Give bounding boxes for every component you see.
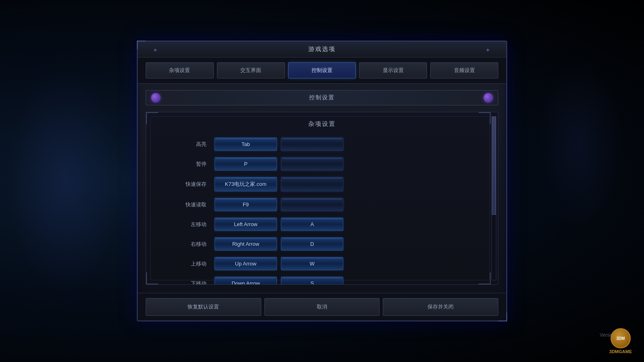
logo-text: 3DMGAME: [609, 349, 632, 354]
key-highlight-primary[interactable]: Tab: [215, 138, 277, 151]
corner-br: [479, 272, 491, 284]
keybind-buttons-left: Left Arrow A: [215, 218, 478, 231]
key-pause-secondary[interactable]: [281, 157, 343, 171]
label-highlight: 高亮: [166, 141, 215, 148]
bottom-row: 恢复默认设置 取消 保存并关闭: [138, 293, 506, 321]
section-title: 控制设置: [161, 94, 483, 101]
keybind-buttons-up: Up Arrow W: [215, 257, 478, 270]
key-quickload-secondary[interactable]: [281, 198, 343, 211]
key-quicksave-secondary[interactable]: [281, 177, 343, 191]
key-right-primary[interactable]: Right Arrow: [215, 237, 277, 251]
keybind-row-quickload: 快速读取 F9: [158, 198, 486, 211]
keybind-row-quicksave: 快速保存 K73电玩之家.com: [158, 177, 486, 191]
keybind-buttons-highlight: Tab: [215, 138, 478, 151]
tab-row: 杂项设置 交互界面 控制设置 显示设置 音频设置: [138, 58, 506, 84]
label-move-right: 右移动: [166, 241, 215, 248]
restore-defaults-button[interactable]: 恢复默认设置: [146, 298, 261, 316]
label-quicksave: 快速保存: [166, 181, 215, 188]
tab-misc[interactable]: 杂项设置: [146, 62, 214, 78]
key-up-primary[interactable]: Up Arrow: [215, 257, 277, 270]
corner-tr: [479, 112, 491, 124]
tab-audio[interactable]: 音频设置: [430, 62, 498, 78]
key-quickload-primary[interactable]: F9: [215, 198, 277, 211]
keybind-row-highlight: 高亮 Tab: [158, 138, 486, 151]
corner-bl: [146, 272, 158, 284]
main-window: 游戏选项 杂项设置 交互界面 控制设置 显示设置 音频设置 控制设置 杂项设置: [137, 41, 507, 321]
tab-ui[interactable]: 交互界面: [217, 62, 285, 78]
corner-tl: [146, 112, 158, 124]
save-close-button[interactable]: 保存并关闭: [383, 298, 498, 316]
left-orb: [151, 93, 161, 103]
cancel-button[interactable]: 取消: [264, 298, 380, 316]
content-area: 控制设置 杂项设置 高亮 Tab 暂停: [138, 84, 506, 293]
key-left-primary[interactable]: Left Arrow: [215, 218, 277, 231]
logo-circle: 3DM: [611, 328, 631, 348]
label-move-up: 上移动: [166, 260, 215, 267]
keybind-row-down: 下移动 Down Arrow S: [158, 277, 486, 285]
tab-display[interactable]: 显示设置: [359, 62, 427, 78]
label-move-left: 左移动: [166, 221, 215, 228]
label-move-down: 下移动: [166, 280, 215, 285]
key-right-secondary[interactable]: D: [281, 237, 343, 251]
key-pause-primary[interactable]: P: [215, 157, 277, 171]
keybind-row-right: 右移动 Right Arrow D: [158, 237, 486, 251]
key-down-secondary[interactable]: S: [281, 277, 343, 285]
keybind-buttons-down: Down Arrow S: [215, 277, 478, 285]
keybind-row-left: 左移动 Left Arrow A: [158, 218, 486, 231]
key-up-secondary[interactable]: W: [281, 257, 343, 270]
right-orb: [483, 93, 493, 103]
keybind-buttons-quickload: F9: [215, 198, 478, 211]
keybind-buttons-pause: P: [215, 157, 478, 171]
key-left-secondary[interactable]: A: [281, 218, 343, 231]
key-quicksave-primary[interactable]: K73电玩之家.com: [215, 177, 277, 191]
scrollbar-thumb[interactable]: [492, 117, 496, 215]
key-down-primary[interactable]: Down Arrow: [215, 277, 277, 285]
label-quickload: 快速读取: [166, 201, 215, 208]
key-highlight-secondary[interactable]: [281, 138, 343, 151]
label-pause: 暂停: [166, 160, 215, 168]
tab-controls[interactable]: 控制设置: [288, 62, 356, 78]
panel-title: 杂项设置: [158, 120, 486, 128]
keybind-row-up: 上移动 Up Arrow W: [158, 257, 486, 270]
window-title: 游戏选项: [308, 45, 336, 52]
window-title-bar: 游戏选项: [138, 41, 506, 58]
scroll-panel: 杂项设置 高亮 Tab 暂停 P 快速保存: [146, 112, 498, 285]
logo-badge: 3DM 3DMGAME: [609, 328, 632, 354]
keybind-buttons-right: Right Arrow D: [215, 237, 478, 251]
section-header: 控制设置: [146, 90, 498, 105]
keybind-buttons-quicksave: K73电玩之家.com: [215, 177, 478, 191]
keybind-row-pause: 暂停 P: [158, 157, 486, 171]
scrollbar[interactable]: [491, 116, 496, 280]
